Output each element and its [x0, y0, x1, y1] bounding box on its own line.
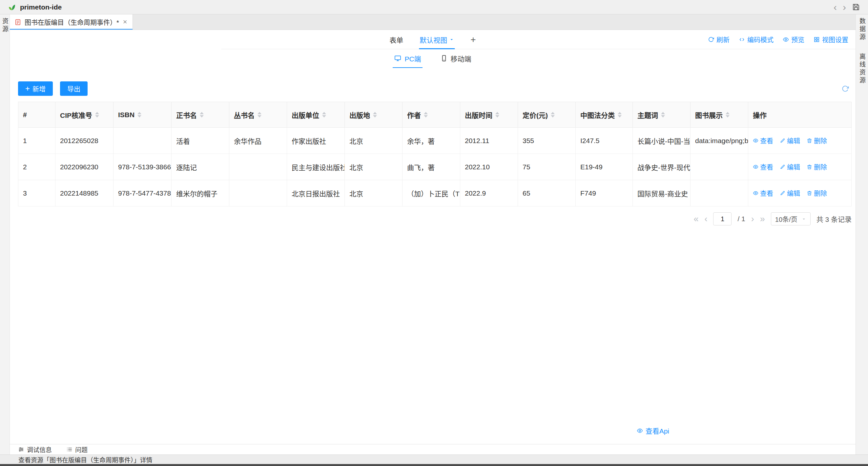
eye-icon [753, 190, 758, 196]
cell-clc: E19-49 [576, 154, 633, 180]
nav-forward-button[interactable]: › [843, 2, 846, 12]
sort-icon[interactable] [95, 112, 99, 117]
left-rail: 资源 [0, 14, 10, 455]
col-header-title: 正书名 [172, 102, 229, 128]
add-view-tab-button[interactable]: + [470, 30, 476, 49]
current-page-input[interactable]: 1 [713, 212, 732, 226]
cell-clc: F749 [576, 180, 633, 206]
datasource-panel-tab[interactable]: 数据源 [858, 18, 866, 41]
trash-icon [807, 138, 812, 143]
cell-series: 余华作品 [229, 128, 287, 154]
prev-page-button[interactable]: ‹ [704, 214, 707, 224]
col-header-pubdate: 出版时间 [460, 102, 518, 128]
col-header-clc: 中图法分类 [576, 102, 633, 128]
editor-tab[interactable]: 图书在版编目（生命周期事件）* × [10, 14, 133, 30]
tab-pc[interactable]: PC端 [393, 49, 422, 68]
cell-place: 北京 [345, 128, 403, 154]
save-icon[interactable] [852, 3, 860, 11]
sync-icon [841, 85, 849, 92]
eye-icon [753, 164, 758, 170]
sort-icon[interactable] [373, 112, 377, 117]
offline-resources-panel-tab[interactable]: 离线资源 [858, 53, 866, 85]
grid-content: + 新增 导出 [10, 68, 856, 444]
view-row-button[interactable]: 查看 [753, 136, 773, 145]
cell-pubdate: 2012.11 [460, 128, 518, 154]
cell-index: 2 [19, 154, 56, 180]
view-tabs: 表单 默认视图 + [389, 30, 476, 49]
nav-back-button[interactable]: ‹ [834, 2, 837, 12]
document-icon [14, 19, 21, 26]
page-size-select[interactable]: 10条/页 [771, 212, 811, 226]
cell-isbn: 978-7-5139-3866 [114, 154, 172, 180]
right-rail: 数据源 离线资源 [856, 14, 868, 455]
cell-author: 曲飞，著 [403, 154, 460, 180]
cell-subject: 长篇小说-中国-当 [633, 128, 690, 154]
table-refresh-button[interactable] [841, 85, 849, 92]
sort-icon[interactable] [322, 112, 326, 117]
sort-icon[interactable] [618, 112, 622, 117]
cell-image [690, 154, 748, 180]
tab-form[interactable]: 表单 [389, 30, 404, 49]
code-mode-button[interactable]: 编码模式 [739, 35, 774, 44]
view-settings-button[interactable]: 视图设置 [813, 35, 848, 44]
eye-icon [783, 36, 789, 43]
next-page-button[interactable]: › [751, 214, 754, 224]
view-toolbar-actions: 刷新 编码模式 预览 视图设置 [708, 30, 856, 49]
cell-actions: 查看 编辑 删除 [748, 128, 851, 154]
main-row: 资源 图书在版编目（生命周期事件）* × 表单 默认视图 [0, 14, 868, 455]
eye-icon [637, 428, 643, 434]
table-row: 3 2022148985 978-7-5477-4378 维米尔的帽子 北京日报… [19, 180, 851, 206]
books-table: # CIP核准号 ISBN 正书名 丛书名 出版单位 出版地 作者 出版时间 定… [18, 102, 851, 206]
refresh-button[interactable]: 刷新 [708, 35, 730, 44]
delete-row-button[interactable]: 删除 [807, 188, 827, 198]
sort-icon[interactable] [137, 112, 142, 117]
sort-icon[interactable] [661, 112, 665, 117]
view-row-button[interactable]: 查看 [753, 188, 773, 198]
sort-icon[interactable] [200, 112, 204, 117]
pencil-icon [780, 138, 785, 143]
view-row-button[interactable]: 查看 [753, 162, 773, 172]
cell-cip: 2022148985 [56, 180, 114, 206]
editor-tab-title: 图书在版编目（生命周期事件）* [25, 18, 119, 27]
sort-icon[interactable] [495, 112, 499, 117]
pagination: « ‹ 1 / 1 › » 10条/页 共 3 条记录 [18, 212, 851, 226]
delete-row-button[interactable]: 删除 [807, 136, 827, 145]
cell-place: 北京 [345, 154, 403, 180]
debug-info-button[interactable]: 调试信息 [18, 445, 52, 454]
tab-mobile[interactable]: 移动端 [439, 49, 473, 68]
col-header-price: 定价(元) [518, 102, 576, 128]
cell-actions: 查看 编辑 删除 [748, 154, 851, 180]
delete-row-button[interactable]: 删除 [807, 162, 827, 172]
first-page-button[interactable]: « [693, 214, 699, 224]
view-api-link[interactable]: 查看Api [637, 426, 669, 435]
sort-icon[interactable] [257, 112, 261, 117]
sort-icon[interactable] [551, 112, 555, 117]
problems-button[interactable]: 问题 [66, 445, 88, 454]
close-tab-icon[interactable]: × [123, 19, 127, 26]
edit-row-button[interactable]: 编辑 [780, 162, 800, 172]
cell-cip: 2012265028 [56, 128, 114, 154]
cell-subject: 国际贸易-商业史 [633, 180, 690, 206]
monitor-icon [394, 55, 402, 62]
cell-pubdate: 2022.10 [460, 154, 518, 180]
last-page-button[interactable]: » [760, 214, 765, 224]
api-link-row: 查看Api [18, 426, 851, 435]
sort-icon[interactable] [725, 112, 730, 117]
cell-price: 65 [518, 180, 576, 206]
status-text: 查看资源「图书在版编目（生命周期事件）」详情 [19, 455, 153, 464]
cell-clc: I247.5 [576, 128, 633, 154]
phone-icon [440, 55, 448, 62]
preview-button[interactable]: 预览 [783, 35, 804, 44]
tab-default-view[interactable]: 默认视图 [419, 30, 455, 49]
resources-panel-tab[interactable]: 资源 [0, 18, 9, 33]
export-button[interactable]: 导出 [60, 81, 88, 96]
edit-row-button[interactable]: 编辑 [780, 188, 800, 198]
add-button[interactable]: + 新增 [18, 81, 53, 96]
sort-icon[interactable] [424, 112, 428, 117]
col-header-isbn: ISBN [114, 102, 172, 128]
edit-row-button[interactable]: 编辑 [780, 136, 800, 145]
cell-index: 1 [19, 128, 56, 154]
bottom-bar: 调试信息 问题 [10, 444, 856, 455]
cell-isbn: 978-7-5477-4378 [114, 180, 172, 206]
cell-publisher: 北京日报出版社 [287, 180, 345, 206]
